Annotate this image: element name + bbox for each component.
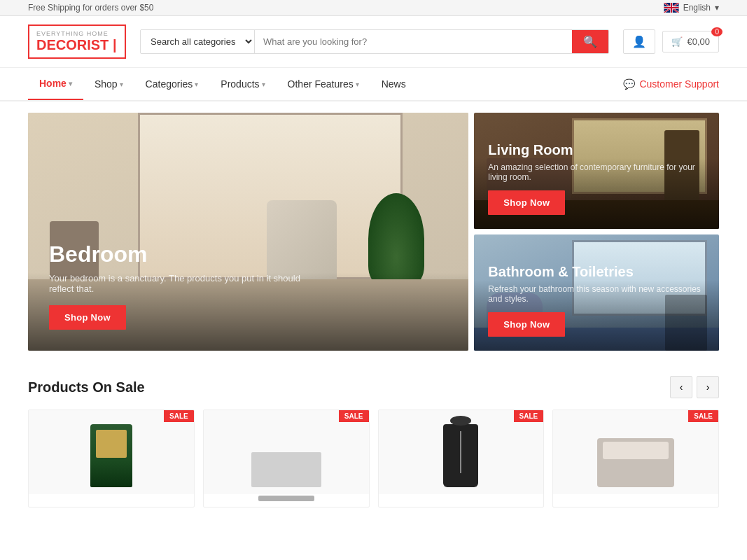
search-input[interactable]	[255, 30, 572, 53]
nav-item-other-features[interactable]: Other Features ▾	[277, 69, 370, 99]
product-card[interactable]: SALE	[28, 410, 195, 507]
hero-bathroom-card: Bathroom & Toiletries Refresh your bathr…	[474, 234, 719, 351]
hero-section: Bedroom Your bedroom is a sanctuary. The…	[0, 102, 747, 362]
logo-title: DECORIST |	[36, 37, 118, 53]
search-bar: Search all categories 🔍	[140, 29, 609, 54]
product-card[interactable]: SALE	[203, 410, 370, 507]
cart-icon: 🛒	[671, 36, 683, 47]
product-image-area	[204, 410, 369, 494]
nav-item-categories[interactable]: Categories ▾	[134, 69, 210, 99]
product-card[interactable]: SALE	[552, 410, 719, 507]
products-on-sale-section: Products On Sale ‹ › SALE SALE SALE	[0, 362, 747, 522]
product-image-area	[379, 410, 544, 494]
chat-icon: 💬	[623, 78, 635, 90]
hero-main-description: Your bedroom is a sanctuary. The product…	[49, 273, 301, 294]
bathroom-shop-now-button[interactable]: Shop Now	[488, 312, 565, 337]
hero-main-shop-now-button[interactable]: Shop Now	[49, 305, 126, 330]
flag-icon	[664, 3, 679, 13]
sale-badge: SALE	[339, 410, 369, 422]
nav-label-shop: Shop	[95, 78, 118, 90]
logo-subtitle: EVERYTHING HOME	[36, 30, 118, 37]
sale-badge: SALE	[688, 410, 718, 422]
hero-side-cards: Living Room An amazing selection of cont…	[474, 113, 719, 351]
products-grid: SALE SALE SALE SALE	[28, 410, 719, 507]
nav-item-shop[interactable]: Shop ▾	[83, 69, 134, 99]
product-image-area	[29, 410, 194, 494]
living-room-shop-now-button[interactable]: Shop Now	[488, 190, 565, 215]
chevron-down-icon: ▾	[69, 80, 72, 88]
account-button[interactable]: 👤	[623, 29, 655, 54]
cart-button[interactable]: 🛒 0 €0,00	[662, 31, 719, 52]
language-selector[interactable]: English ▾	[664, 3, 719, 13]
chevron-down-icon: ▾	[262, 80, 265, 88]
header: EVERYTHING HOME DECORIST | Search all ca…	[0, 16, 747, 68]
french-press-image	[443, 424, 478, 487]
nav-item-news[interactable]: News	[370, 69, 417, 99]
nav-label-categories: Categories	[146, 78, 193, 90]
cart-badge: 0	[711, 27, 722, 36]
header-icons: 👤 🛒 0 €0,00	[623, 29, 719, 54]
hero-main-title: Bedroom	[49, 241, 447, 267]
nav-item-products[interactable]: Products ▾	[209, 69, 276, 99]
language-chevron: ▾	[715, 3, 719, 13]
hero-main-card: Bedroom Your bedroom is a sanctuary. The…	[28, 113, 468, 351]
customer-support-label: Customer Support	[639, 78, 719, 90]
language-label: English	[683, 3, 711, 13]
nav-label-home: Home	[39, 78, 67, 89]
products-section-title: Products On Sale	[28, 379, 145, 396]
products-header: Products On Sale ‹ ›	[28, 376, 719, 398]
coffee-table-image	[251, 452, 321, 487]
living-room-overlay: Living Room An amazing selection of cont…	[474, 128, 719, 229]
bathroom-title: Bathroom & Toiletries	[488, 264, 705, 280]
hero-main-overlay: Bedroom Your bedroom is a sanctuary. The…	[28, 220, 468, 351]
logo-text: DECORIST	[36, 37, 109, 52]
living-room-title: Living Room	[488, 142, 705, 158]
tea-tin-image	[90, 424, 132, 487]
product-card[interactable]: SALE	[378, 410, 545, 507]
customer-support[interactable]: 💬 Customer Support	[623, 78, 719, 90]
product-image-area	[553, 410, 718, 494]
chevron-down-icon: ▾	[195, 80, 198, 88]
hero-living-room-card: Living Room An amazing selection of cont…	[474, 113, 719, 229]
search-button[interactable]: 🔍	[572, 30, 608, 53]
nav-item-home[interactable]: Home ▾	[28, 68, 83, 100]
sale-badge: SALE	[514, 410, 544, 422]
cart-price: €0,00	[687, 36, 710, 47]
bathroom-description: Refresh your bathroom this season with n…	[488, 284, 705, 304]
nav-label-products: Products	[221, 78, 259, 90]
prev-button[interactable]: ‹	[670, 376, 692, 398]
top-bar: Free Shipping for orders over $50 Englis…	[0, 0, 747, 16]
living-room-description: An amazing selection of contemporary fur…	[488, 162, 705, 182]
logo-accent: |	[109, 37, 116, 52]
search-category-select[interactable]: Search all categories	[141, 30, 255, 53]
shipping-text: Free Shipping for orders over $50	[28, 3, 153, 13]
next-button[interactable]: ›	[697, 376, 719, 398]
user-icon: 👤	[632, 36, 646, 48]
bed-frame-image	[597, 438, 674, 487]
chevron-down-icon: ▾	[356, 80, 359, 88]
carousel-controls: ‹ ›	[670, 376, 719, 398]
bathroom-overlay: Bathroom & Toiletries Refresh your bathr…	[474, 250, 719, 351]
logo[interactable]: EVERYTHING HOME DECORIST |	[28, 24, 126, 59]
main-nav: Home ▾ Shop ▾ Categories ▾ Products ▾ Ot…	[0, 68, 747, 102]
nav-label-other-features: Other Features	[288, 78, 354, 90]
chevron-down-icon: ▾	[120, 80, 123, 88]
search-icon: 🔍	[583, 36, 597, 48]
sale-badge: SALE	[164, 410, 194, 422]
nav-label-news: News	[382, 78, 406, 90]
